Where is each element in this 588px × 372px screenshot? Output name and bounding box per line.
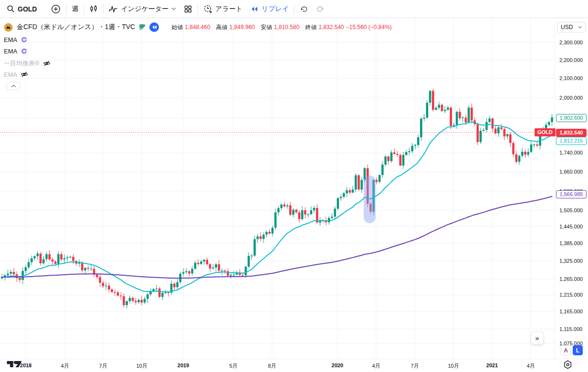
compare-add-button[interactable] xyxy=(47,2,64,16)
price-tag-outline-cyan: 1,812.215 xyxy=(556,137,587,145)
currency-dropdown[interactable]: USD xyxy=(557,22,586,32)
price-axis-label: 2,100.000 xyxy=(559,75,583,81)
time-axis-label: 10月 xyxy=(448,362,459,370)
grid-layout-icon xyxy=(184,5,192,13)
price-axis-label: 1,165.000 xyxy=(559,309,583,314)
open-value: 1,848.460 xyxy=(185,24,210,31)
loading-refresh-icon xyxy=(21,36,28,43)
auto-scale-button[interactable]: A xyxy=(561,345,571,355)
eye-off-icon[interactable] xyxy=(43,60,51,67)
price-tag-outline-green: 1,902.600 xyxy=(556,114,587,122)
time-axis-label: 10月 xyxy=(136,362,147,370)
time-axis-label: 4月 xyxy=(61,362,69,370)
high-value: 1,849.960 xyxy=(230,24,255,31)
gold-coin-logo xyxy=(4,23,13,32)
price-axis-label: 1,215.000 xyxy=(559,292,583,298)
chart-pane[interactable]: 金CFD（米ドル／オンス）・1週・TVC 始値1,848.460 高値1,849… xyxy=(0,18,555,359)
price-axis-label: 1,445.000 xyxy=(559,224,583,229)
axis-settings-button[interactable] xyxy=(563,360,573,372)
alert-label: アラート xyxy=(215,5,242,13)
toolbar-separator xyxy=(294,4,294,14)
redo-icon xyxy=(316,5,325,13)
price-tag-outline-purple: 1,566.985 xyxy=(556,190,587,198)
time-axis-label: 4月 xyxy=(526,362,535,370)
eye-off-icon[interactable] xyxy=(21,71,28,78)
ema3-label: EMA xyxy=(4,71,17,78)
currency-label: USD xyxy=(561,24,573,31)
rewind-icon xyxy=(250,5,259,13)
symbol-title[interactable]: 金CFD（米ドル／オンス）・1週・TVC xyxy=(17,23,135,31)
collapse-legend-button[interactable] xyxy=(7,82,20,90)
chart-style-button[interactable] xyxy=(85,2,102,16)
chevron-up-icon xyxy=(11,84,16,88)
symbol-search-button[interactable]: GOLD xyxy=(3,2,41,15)
alert-button[interactable]: アラート xyxy=(200,2,246,16)
ema2-label: EMA xyxy=(4,48,17,55)
replay-button[interactable]: リプレイ xyxy=(246,2,293,16)
ohlc-readout: 始値1,848.460 高値1,849.960 安値1,810.580 終値1,… xyxy=(168,23,392,31)
price-axis-label: 1,505.000 xyxy=(559,207,583,213)
loading-refresh-icon xyxy=(21,48,28,55)
price-axis-label: 1,265.000 xyxy=(559,276,583,282)
undo-icon xyxy=(300,5,308,13)
price-tag-solid-red: 1,832.540 xyxy=(556,129,587,137)
replay-label: リプレイ xyxy=(262,5,289,13)
time-axis-label: 7月 xyxy=(99,362,107,370)
price-axis-label: 2,000.000 xyxy=(559,95,583,101)
low-value: 1,810.580 xyxy=(274,24,299,31)
market-status-icon[interactable] xyxy=(139,24,146,31)
scale-buttons: A L xyxy=(561,345,583,355)
time-axis-label: 2019 xyxy=(178,362,189,368)
replay-active-badge[interactable] xyxy=(149,22,159,32)
ema1-label: EMA xyxy=(4,36,17,43)
layout-grid-button[interactable] xyxy=(180,2,196,16)
price-axis[interactable]: USD 2,300.0002,200.0002,100.0002,000.000… xyxy=(555,18,588,359)
price-axis-label: 1,660.000 xyxy=(559,169,583,175)
toolbar-separator xyxy=(84,4,84,14)
gear-icon xyxy=(563,360,573,370)
symbol-name: GOLD xyxy=(18,5,37,13)
toolbar-separator xyxy=(66,4,66,14)
redo-button[interactable] xyxy=(312,2,328,16)
indicators-button[interactable]: インジケーター xyxy=(105,2,180,16)
low-label: 安値 xyxy=(261,23,272,31)
close-label: 終値 xyxy=(305,23,316,31)
time-axis-label: 5月 xyxy=(229,362,237,370)
legend-row-ema3[interactable]: EMA xyxy=(4,71,28,78)
price-axis-label: 2,200.000 xyxy=(559,57,583,63)
time-axis-label: 4月 xyxy=(372,362,380,370)
price-axis-label: 1,325.000 xyxy=(559,258,583,264)
legend-row-ema2[interactable]: EMA xyxy=(4,48,28,55)
price-axis-label: 1,385.000 xyxy=(559,240,583,246)
undo-button[interactable] xyxy=(296,2,312,16)
interval-button[interactable]: 週 xyxy=(68,2,82,16)
toolbar-separator xyxy=(103,4,104,14)
high-label: 高値 xyxy=(216,23,228,31)
price-axis-label: 2,300.000 xyxy=(559,40,583,45)
legend-row-ema1[interactable]: EMA xyxy=(4,36,28,43)
legend-row-ichimoku[interactable]: 一目均衡表® xyxy=(4,59,51,68)
tradingview-logo[interactable] xyxy=(7,360,22,370)
indicators-label: インジケーター xyxy=(121,5,168,13)
chevron-down-icon xyxy=(171,7,176,10)
interval-label: 週 xyxy=(72,5,78,13)
symbol-info-row: 金CFD（米ドル／オンス）・1週・TVC 始値1,848.460 高値1,849… xyxy=(4,22,392,32)
time-axis-label: 8月 xyxy=(268,362,276,370)
time-axis-label: 7月 xyxy=(410,362,419,370)
time-axis-label: 2021 xyxy=(486,362,498,368)
ichimoku-label: 一目均衡表® xyxy=(4,59,40,68)
close-value: 1,832.540 xyxy=(318,24,344,31)
chevron-down-icon xyxy=(578,26,582,29)
symbol-price-tag: GOLD xyxy=(535,128,556,136)
open-label: 始値 xyxy=(171,23,183,31)
plus-circle-icon xyxy=(51,4,61,14)
time-axis[interactable]: 20184月7月10月20195月8月20204月7月10月20214月 xyxy=(0,359,588,372)
log-scale-button[interactable]: L xyxy=(573,345,583,355)
search-icon xyxy=(7,5,15,13)
candlestick-style-icon xyxy=(89,5,98,13)
panel-expand-button[interactable]: » xyxy=(531,331,544,344)
candlestick-chart[interactable] xyxy=(0,18,555,359)
indicator-chart-icon xyxy=(109,4,118,13)
alarm-clock-icon xyxy=(203,4,212,13)
price-axis-label: 1,115.000 xyxy=(559,326,582,332)
